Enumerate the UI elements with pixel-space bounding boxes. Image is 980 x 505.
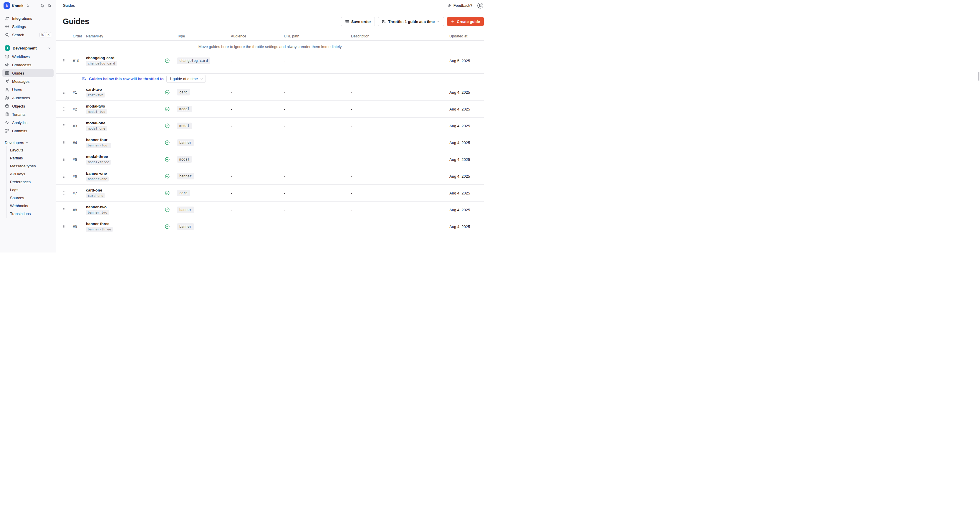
unthrottled-drop-zone[interactable]: Move guides here to ignore the throttle … (56, 41, 484, 53)
sidebar-item-logs[interactable]: Logs (6, 186, 54, 194)
sidebar-item-workflows[interactable]: Workflows (2, 53, 54, 61)
guide-key: card-two (86, 92, 105, 97)
throttle-divider-row: Guides below this row will be throttled … (56, 73, 484, 84)
sidebar-item-webhooks[interactable]: Webhooks (6, 202, 54, 210)
guide-type: modal (177, 106, 229, 112)
guide-audience: - (229, 157, 282, 162)
guide-url-path: - (282, 174, 349, 178)
guide-type: banner (177, 223, 229, 230)
drag-handle-icon[interactable] (62, 140, 70, 145)
guide-key: banner-one (86, 177, 109, 182)
guide-audience: - (229, 107, 282, 112)
guide-updated-at: Aug 4, 2025 (449, 208, 484, 212)
bell-icon[interactable] (40, 3, 45, 8)
sidebar-item-translations[interactable]: Translations (6, 210, 54, 218)
drag-handle-icon[interactable] (62, 90, 70, 95)
table-header: Order Name/Key Type Audience URL path De… (56, 32, 484, 41)
sidebar-item-partials[interactable]: Partials (6, 154, 54, 162)
row-order: #1 (70, 90, 84, 95)
row-order: #5 (70, 157, 84, 162)
drag-handle-icon[interactable] (62, 207, 70, 212)
sort-bars-icon (382, 19, 386, 24)
type-badge: modal (177, 106, 192, 112)
sidebar-item-message-types[interactable]: Message types (6, 162, 54, 170)
guide-description: - (349, 140, 449, 145)
guide-name: modal-three (86, 155, 108, 159)
sidebar-item-commits[interactable]: Commits (2, 127, 54, 135)
drag-handle-icon[interactable] (62, 123, 70, 128)
feedback-button[interactable]: Feedback? (447, 3, 473, 8)
drag-handle-icon[interactable] (62, 174, 70, 178)
guide-description: - (349, 157, 449, 162)
sidebar-item-layouts[interactable]: Layouts (6, 146, 54, 154)
environment-switcher[interactable]: Development (2, 44, 54, 53)
column-order: Order (70, 34, 84, 38)
sidebar-item-messages[interactable]: Messages (2, 77, 54, 86)
user-avatar[interactable] (477, 2, 484, 9)
guide-updated-at: Aug 4, 2025 (449, 174, 484, 178)
throttle-dropdown[interactable]: Throttle: 1 guide at a time (378, 17, 444, 26)
sidebar-item-label: Users (12, 88, 22, 92)
breadcrumb: Guides (63, 3, 75, 8)
sidebar-item-users[interactable]: Users (2, 86, 54, 94)
knock-logo: k (3, 2, 10, 9)
guide-type: banner (177, 207, 229, 213)
megaphone-icon (5, 62, 10, 67)
guide-name-key: card-one card-one (84, 188, 165, 198)
sidebar-item-tenants[interactable]: Tenants (2, 110, 54, 118)
create-guide-button[interactable]: Create guide (447, 17, 484, 26)
guide-name-key: card-two card-two (84, 87, 165, 97)
workspace-switcher[interactable]: k Knock (0, 0, 56, 11)
sidebar-item-label: Logs (10, 188, 18, 192)
sidebar-item-objects[interactable]: Objects (2, 102, 54, 110)
table-row[interactable]: #10 changelog-card changelog-card change… (56, 53, 484, 69)
guide-audience: - (229, 208, 282, 212)
sidebar-item-analytics[interactable]: Analytics (2, 118, 54, 127)
table-row[interactable]: #2 modal-two modal-two modal - - - Aug 4… (56, 101, 484, 118)
guide-name: modal-two (86, 104, 105, 108)
search-shortcut: ⌘ K (40, 32, 51, 37)
guide-name: changelog-card (86, 56, 115, 60)
sidebar-item-broadcasts[interactable]: Broadcasts (2, 61, 54, 69)
sidebar-item-preferences[interactable]: Preferences (6, 178, 54, 186)
column-type: Type (177, 34, 229, 38)
search-icon[interactable] (47, 3, 52, 8)
guide-audience: - (229, 225, 282, 229)
save-order-button[interactable]: Save order (341, 17, 375, 26)
sidebar-item-settings[interactable]: Settings (2, 22, 54, 31)
guide-key: modal-one (86, 126, 107, 131)
sidebar-item-sources[interactable]: Sources (6, 194, 54, 202)
table-row[interactable]: #3 modal-one modal-one modal - - - Aug 4… (56, 118, 484, 134)
drag-handle-icon[interactable] (62, 107, 70, 112)
guide-key: banner-two (86, 210, 109, 215)
guide-type: modal (177, 156, 229, 162)
throttle-value-dropdown[interactable]: 1 guide at a time (166, 75, 206, 83)
sidebar-item-audiences[interactable]: Audiences (2, 94, 54, 102)
drag-handle-icon[interactable] (62, 191, 70, 195)
sidebar-item-integrations[interactable]: Integrations (2, 14, 54, 22)
type-badge: card (177, 89, 190, 96)
table-row[interactable]: #1 card-two card-two card - - - Aug 4, 2… (56, 84, 484, 101)
table-row[interactable]: #8 banner-two banner-two banner - - - Au… (56, 202, 484, 218)
table-row[interactable]: #5 modal-three modal-three modal - - - A… (56, 151, 484, 168)
drag-handle-icon[interactable] (62, 58, 70, 63)
row-order: #6 (70, 174, 84, 178)
developers-section-toggle[interactable]: Developers (2, 139, 54, 146)
guide-audience: - (229, 90, 282, 95)
status-check-icon (165, 190, 177, 196)
drag-handle-icon[interactable] (62, 224, 70, 229)
chevron-up-down-icon[interactable] (25, 3, 30, 8)
table-row[interactable]: #7 card-one card-one card - - - Aug 4, 2… (56, 185, 484, 202)
table-row[interactable]: #4 banner-four banner-four banner - - - … (56, 134, 484, 151)
sidebar-item-search[interactable]: Search ⌘ K (2, 31, 54, 39)
guide-updated-at: Aug 4, 2025 (449, 157, 484, 162)
guide-name: card-two (86, 87, 102, 92)
table-row[interactable]: #9 banner-three banner-three banner - - … (56, 218, 484, 235)
checklist-icon (345, 19, 349, 24)
drag-handle-icon[interactable] (62, 157, 70, 162)
guide-url-path: - (282, 157, 349, 162)
sidebar-item-guides[interactable]: Guides (2, 69, 54, 77)
table-row[interactable]: #6 banner-one banner-one banner - - - Au… (56, 168, 484, 185)
section-gap (56, 69, 484, 73)
sidebar-item-api-keys[interactable]: API keys (6, 170, 54, 178)
